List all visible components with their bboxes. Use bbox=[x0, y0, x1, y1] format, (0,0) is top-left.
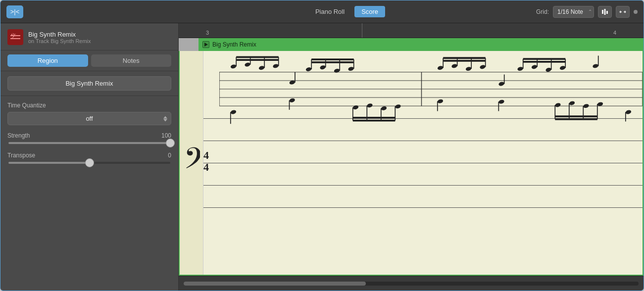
ruler-mark-4: 4 bbox=[613, 30, 616, 36]
region-header: Big Synth Remix bbox=[198, 38, 644, 51]
track-icon: 𝄢 bbox=[7, 29, 23, 45]
grid-select[interactable]: 1/16 Note bbox=[553, 6, 594, 18]
svg-point-49 bbox=[381, 106, 387, 111]
svg-rect-2 bbox=[606, 11, 608, 14]
bottom-bar bbox=[179, 276, 644, 291]
svg-rect-0 bbox=[602, 10, 603, 14]
strength-slider-fill bbox=[8, 142, 170, 144]
svg-point-31 bbox=[305, 67, 312, 72]
scroll-track[interactable] bbox=[184, 282, 639, 286]
svg-point-43 bbox=[289, 98, 296, 103]
svg-point-67 bbox=[517, 66, 524, 71]
strength-slider-track[interactable] bbox=[8, 142, 170, 144]
svg-point-57 bbox=[451, 63, 458, 68]
svg-point-51 bbox=[395, 104, 401, 109]
svg-point-19 bbox=[230, 64, 237, 69]
svg-point-87 bbox=[583, 103, 590, 108]
grid-select-wrapper: 1/16 Note bbox=[553, 6, 594, 18]
svg-text:𝄢: 𝄢 bbox=[10, 32, 16, 42]
region-name-button[interactable]: Big Synth Remix bbox=[7, 76, 171, 91]
svg-point-47 bbox=[367, 103, 373, 108]
strength-param: Strength 100 bbox=[7, 132, 171, 144]
staff-line-3 bbox=[180, 163, 643, 163]
track-instrument-icon: 𝄢 bbox=[8, 30, 22, 44]
time-sig-top: 4 bbox=[203, 149, 209, 161]
transpose-value: 0 bbox=[168, 152, 171, 159]
time-sig-bottom: 4 bbox=[203, 162, 209, 174]
svg-point-45 bbox=[352, 105, 359, 110]
staff-line-4 bbox=[180, 185, 643, 186]
smart-controls-button[interactable]: >|< bbox=[6, 5, 23, 18]
strength-slider-thumb[interactable] bbox=[166, 139, 175, 147]
tab-row: Region Notes bbox=[0, 50, 178, 71]
svg-point-69 bbox=[531, 64, 538, 69]
svg-point-73 bbox=[559, 65, 566, 70]
toolbar-left: >|< bbox=[6, 5, 185, 18]
svg-point-37 bbox=[348, 66, 354, 71]
time-quantize-row: off bbox=[7, 112, 171, 125]
notes-tab-btn[interactable]: Notes bbox=[91, 54, 172, 67]
track-subtitle: on Track Big Synth Remix bbox=[28, 38, 91, 44]
svg-point-41 bbox=[230, 109, 237, 114]
svg-point-55 bbox=[437, 65, 444, 70]
toolbar-center: Piano Roll Score bbox=[189, 6, 505, 17]
staff-line-2 bbox=[180, 141, 643, 141]
track-name: Big Synth Remix bbox=[28, 31, 91, 38]
main-window: >|< Piano Roll Score Grid: 1/16 Note bbox=[0, 0, 644, 291]
bass-clef-icon: 𝄢 bbox=[183, 141, 200, 185]
svg-point-35 bbox=[334, 68, 340, 73]
svg-point-83 bbox=[555, 102, 561, 107]
param-section: Time Quantize off Stre bbox=[0, 96, 178, 178]
transpose-slider-track[interactable] bbox=[8, 162, 170, 164]
transpose-slider-thumb[interactable] bbox=[85, 158, 94, 167]
svg-point-85 bbox=[569, 100, 575, 105]
top-toolbar: >|< Piano Roll Score Grid: 1/16 Note bbox=[0, 0, 644, 23]
vertical-playhead-line bbox=[362, 23, 362, 38]
time-quantize-select[interactable]: off bbox=[7, 112, 171, 125]
svg-point-23 bbox=[258, 65, 265, 70]
content-area: 𝄢 Big Synth Remix on Track Big Synth Rem… bbox=[0, 23, 644, 291]
toolbar-divider-dot bbox=[634, 10, 638, 14]
quantize-icon bbox=[601, 8, 608, 15]
strength-label: Strength bbox=[7, 132, 30, 139]
quantize-icon-btn[interactable] bbox=[598, 6, 612, 18]
ruler-mark-3: 3 bbox=[206, 30, 209, 36]
grid-label: Grid: bbox=[536, 8, 549, 15]
svg-point-21 bbox=[245, 62, 251, 67]
svg-text:𝄢: 𝄢 bbox=[184, 143, 200, 182]
strength-value: 100 bbox=[161, 132, 171, 139]
time-quantize-label: Time Quantize bbox=[7, 102, 171, 109]
expand-icon-btn[interactable] bbox=[616, 6, 630, 18]
music-notation-svg bbox=[219, 51, 643, 136]
time-signature: 4 4 bbox=[203, 149, 209, 173]
ruler: 3 4 bbox=[179, 23, 644, 38]
track-text: Big Synth Remix on Track Big Synth Remix bbox=[28, 31, 91, 44]
region-name-section: Big Synth Remix bbox=[0, 71, 178, 96]
notation-area: 𝄢 4 4 bbox=[179, 51, 644, 276]
svg-point-59 bbox=[465, 66, 472, 71]
svg-point-33 bbox=[320, 65, 326, 70]
expand-icon bbox=[619, 8, 626, 15]
score-tab[interactable]: Score bbox=[354, 6, 385, 17]
bass-clef: 𝄢 bbox=[180, 51, 203, 275]
svg-rect-1 bbox=[604, 9, 606, 15]
score-area: 3 4 Big Synth Remix bbox=[179, 23, 644, 291]
track-info: 𝄢 Big Synth Remix on Track Big Synth Rem… bbox=[0, 23, 178, 50]
svg-point-65 bbox=[498, 81, 505, 86]
svg-point-61 bbox=[480, 64, 486, 69]
svg-point-79 bbox=[437, 99, 444, 104]
svg-point-81 bbox=[498, 99, 505, 104]
piano-roll-tab[interactable]: Piano Roll bbox=[308, 6, 351, 17]
transpose-label: Transpose bbox=[7, 152, 35, 159]
region-play-icon bbox=[202, 41, 209, 48]
svg-point-93 bbox=[625, 109, 632, 114]
toolbar-right: Grid: 1/16 Note bbox=[509, 6, 638, 18]
score-content[interactable]: Big Synth Remix bbox=[179, 38, 644, 276]
scroll-thumb[interactable] bbox=[184, 282, 366, 286]
region-tab-btn[interactable]: Region bbox=[7, 54, 88, 67]
transpose-param: Transpose 0 bbox=[7, 152, 171, 164]
transpose-header: Transpose 0 bbox=[7, 152, 171, 159]
strength-header: Strength 100 bbox=[7, 132, 171, 139]
svg-point-77 bbox=[593, 63, 599, 68]
left-panel: 𝄢 Big Synth Remix on Track Big Synth Rem… bbox=[0, 23, 179, 291]
